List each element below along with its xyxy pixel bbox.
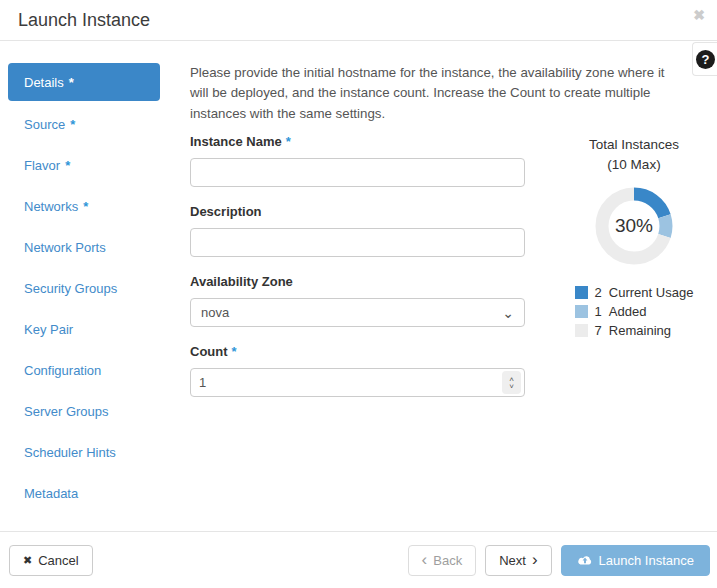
required-asterisk: * bbox=[70, 117, 75, 132]
sidebar-item-flavor[interactable]: Flavor* bbox=[8, 145, 190, 186]
legend-swatch bbox=[575, 324, 588, 337]
required-asterisk: * bbox=[286, 134, 291, 149]
description-input[interactable] bbox=[190, 228, 525, 257]
required-asterisk: * bbox=[69, 75, 74, 90]
count-stepper[interactable]: ˄ ˅ bbox=[502, 371, 521, 394]
intro-text: Please provide the initial hostname for … bbox=[190, 63, 686, 124]
sidebar-item-key-pair[interactable]: Key Pair bbox=[8, 309, 190, 350]
donut-percent-label: 30% bbox=[592, 184, 676, 268]
required-asterisk: * bbox=[65, 158, 70, 173]
back-button[interactable]: ‹ Back bbox=[408, 545, 477, 576]
sidebar-item-label: Key Pair bbox=[24, 322, 73, 337]
chevron-down-icon: ⌄ bbox=[502, 306, 514, 320]
availability-zone-value: nova bbox=[201, 305, 229, 320]
help-button[interactable]: ? bbox=[692, 42, 717, 76]
chart-subtitle: (10 Max) bbox=[559, 155, 709, 175]
help-icon: ? bbox=[696, 50, 715, 69]
instance-name-field-group: Instance Name* bbox=[190, 134, 525, 187]
stepper-down-icon: ˅ bbox=[509, 383, 514, 390]
details-step-content: Please provide the initial hostname for … bbox=[190, 63, 709, 514]
sidebar-item-network-ports[interactable]: Network Ports bbox=[8, 227, 190, 268]
chart-legend: 2Current Usage1Added7Remaining bbox=[575, 283, 694, 340]
chevron-left-icon: ‹ bbox=[422, 553, 428, 567]
sidebar-item-label: Network Ports bbox=[24, 240, 106, 255]
details-form: Instance Name* Description Availability … bbox=[190, 134, 525, 414]
sidebar-item-label: Networks bbox=[24, 199, 78, 214]
page-title: Launch Instance bbox=[0, 0, 717, 31]
modal-header: Launch Instance ✖ bbox=[0, 0, 717, 41]
sidebar-item-networks[interactable]: Networks* bbox=[8, 186, 190, 227]
legend-label: Current Usage bbox=[609, 285, 694, 300]
launch-instance-modal: Launch Instance ✖ ? Details*Source*Flavo… bbox=[0, 0, 717, 588]
legend-item-current-usage: 2Current Usage bbox=[575, 283, 694, 302]
sidebar-item-label: Security Groups bbox=[24, 281, 117, 296]
cancel-button[interactable]: ✖ Cancel bbox=[9, 545, 93, 576]
launch-instance-button[interactable]: Launch Instance bbox=[561, 545, 710, 576]
sidebar-item-label: Details bbox=[24, 75, 64, 90]
count-label: Count* bbox=[190, 344, 525, 359]
total-instances-panel: Total Instances (10 Max) 30% 2Current Us… bbox=[559, 134, 709, 414]
required-asterisk: * bbox=[83, 199, 88, 214]
legend-label: Added bbox=[609, 304, 647, 319]
sidebar-item-label: Source bbox=[24, 117, 65, 132]
availability-zone-select[interactable]: nova ⌄ bbox=[190, 298, 525, 327]
cloud-upload-icon bbox=[577, 554, 593, 566]
instance-name-label: Instance Name* bbox=[190, 134, 525, 149]
availability-zone-field-group: Availability Zone nova ⌄ bbox=[190, 274, 525, 327]
legend-value: 1 bbox=[595, 304, 602, 319]
legend-value: 7 bbox=[595, 323, 602, 338]
required-asterisk: * bbox=[232, 344, 237, 359]
chart-title: Total Instances bbox=[559, 135, 709, 155]
close-icon[interactable]: ✖ bbox=[693, 7, 705, 23]
sidebar-item-security-groups[interactable]: Security Groups bbox=[8, 268, 190, 309]
legend-swatch bbox=[575, 305, 588, 318]
legend-swatch bbox=[575, 286, 588, 299]
legend-item-added: 1Added bbox=[575, 302, 694, 321]
availability-zone-label: Availability Zone bbox=[190, 274, 525, 289]
sidebar-item-server-groups[interactable]: Server Groups bbox=[8, 391, 190, 432]
sidebar-item-label: Configuration bbox=[24, 363, 101, 378]
instance-name-input[interactable] bbox=[190, 158, 525, 187]
wizard-nav: Details*Source*Flavor*Networks*Network P… bbox=[8, 63, 190, 514]
sidebar-item-details[interactable]: Details* bbox=[8, 63, 160, 101]
description-label: Description bbox=[190, 204, 525, 219]
sidebar-item-label: Metadata bbox=[24, 486, 78, 501]
total-instances-donut: 30% bbox=[592, 184, 676, 268]
sidebar-item-label: Scheduler Hints bbox=[24, 445, 116, 460]
cancel-x-icon: ✖ bbox=[23, 554, 32, 567]
legend-label: Remaining bbox=[609, 323, 671, 338]
sidebar-item-metadata[interactable]: Metadata bbox=[8, 473, 190, 514]
count-field-group: Count* ˄ ˅ bbox=[190, 344, 525, 397]
sidebar-item-configuration[interactable]: Configuration bbox=[8, 350, 190, 391]
sidebar-item-label: Flavor bbox=[24, 158, 60, 173]
chevron-right-icon: › bbox=[532, 553, 538, 567]
description-field-group: Description bbox=[190, 204, 525, 257]
next-button[interactable]: Next › bbox=[485, 545, 551, 576]
sidebar-item-scheduler-hints[interactable]: Scheduler Hints bbox=[8, 432, 190, 473]
sidebar-item-source[interactable]: Source* bbox=[8, 104, 190, 145]
legend-value: 2 bbox=[595, 285, 602, 300]
modal-footer: ✖ Cancel ‹ Back Next › Launch Instance bbox=[0, 531, 717, 588]
modal-body: Details*Source*Flavor*Networks*Network P… bbox=[0, 41, 717, 514]
count-input[interactable] bbox=[190, 368, 525, 397]
legend-item-remaining: 7Remaining bbox=[575, 321, 694, 340]
sidebar-item-label: Server Groups bbox=[24, 404, 109, 419]
